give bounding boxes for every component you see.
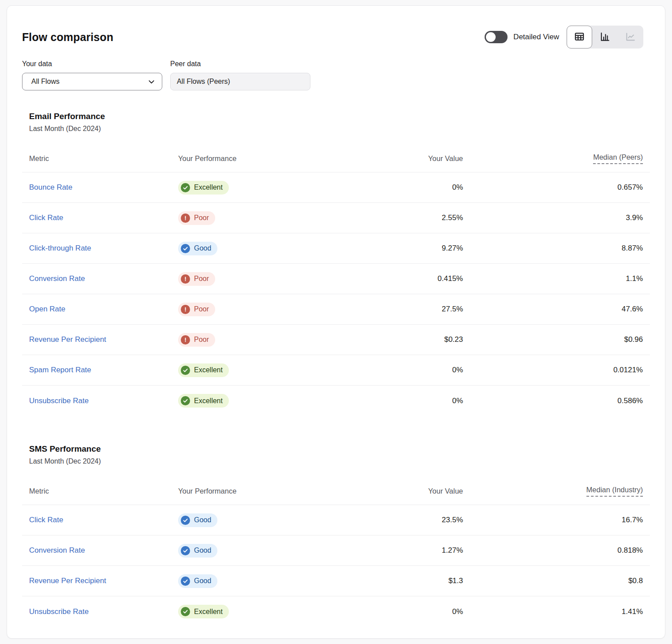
metric-cell: Revenue Per Recipient xyxy=(29,577,178,585)
performance-badge: Good xyxy=(178,242,217,255)
column-header: Metric xyxy=(29,487,178,495)
median-value-cell: 8.87% xyxy=(463,244,643,253)
metric-cell: Spam Report Rate xyxy=(29,366,178,374)
performance-section: SMS Performance Last Month (Dec 2024) Me… xyxy=(22,444,650,627)
metric-link[interactable]: Click Rate xyxy=(29,213,63,222)
metric-link[interactable]: Click-through Rate xyxy=(29,244,91,252)
column-header: Metric xyxy=(29,154,178,163)
metric-link[interactable]: Unsubscribe Rate xyxy=(29,607,89,616)
performance-badge-label: Poor xyxy=(194,275,209,282)
performance-section: Email Performance Last Month (Dec 2024) … xyxy=(22,112,650,416)
performance-badge-label: Poor xyxy=(194,336,209,343)
metric-link[interactable]: Spam Report Rate xyxy=(29,366,91,374)
metrics-table: MetricYour PerformanceYour ValueMedian (… xyxy=(22,476,650,627)
check-icon xyxy=(181,183,190,192)
median-value-cell: 1.1% xyxy=(463,274,643,283)
performance-cell: Poor xyxy=(178,272,307,286)
column-header: Median (Peers) xyxy=(463,153,643,164)
bar-chart-view-button[interactable] xyxy=(592,26,618,49)
table-row: Conversion RatePoor0.415%1.1% xyxy=(22,264,650,294)
performance-cell: Poor xyxy=(178,303,307,316)
check-icon xyxy=(181,244,190,253)
metric-link[interactable]: Revenue Per Recipient xyxy=(29,335,106,344)
performance-badge-label: Good xyxy=(194,577,211,584)
median-value-cell: 16.7% xyxy=(463,516,643,524)
your-value-cell: 9.27% xyxy=(307,244,463,253)
median-value-cell: $0.96 xyxy=(463,335,643,344)
your-data-select[interactable]: All Flows xyxy=(22,73,162,90)
performance-badge: Poor xyxy=(178,303,215,316)
metric-cell: Open Rate xyxy=(29,305,178,314)
your-value-cell: 0% xyxy=(307,397,463,405)
performance-badge: Poor xyxy=(178,272,215,286)
metric-link[interactable]: Conversion Rate xyxy=(29,274,85,283)
performance-badge: Excellent xyxy=(178,394,229,408)
your-value-cell: 0% xyxy=(307,183,463,192)
median-header-tooltip-trigger[interactable]: Median (Industry) xyxy=(586,486,643,497)
section-title: SMS Performance xyxy=(22,444,650,454)
alert-icon xyxy=(181,213,190,223)
performance-badge-label: Good xyxy=(194,245,211,252)
performance-badge: Poor xyxy=(178,333,215,347)
peer-data-filter: Peer data All Flows (Peers) xyxy=(170,60,310,90)
performance-badge-label: Poor xyxy=(194,214,209,221)
metric-cell: Unsubscribe Rate xyxy=(29,397,178,405)
metric-cell: Revenue Per Recipient xyxy=(29,335,178,344)
check-icon xyxy=(181,396,190,405)
performance-cell: Poor xyxy=(178,211,307,225)
column-header: Median (Industry) xyxy=(463,486,643,497)
toggle-knob-icon xyxy=(486,32,496,42)
table-row: Unsubscribe RateExcellent0%0.586% xyxy=(22,386,650,416)
section-subtitle: Last Month (Dec 2024) xyxy=(22,125,650,133)
median-value-cell: 0.657% xyxy=(463,183,643,192)
data-filters: Your data All Flows Peer data All Flows … xyxy=(22,60,650,90)
performance-cell: Excellent xyxy=(178,394,307,408)
line-chart-icon xyxy=(625,31,636,44)
table-row: Click RateGood23.5%16.7% xyxy=(22,505,650,535)
detailed-view-toggle[interactable] xyxy=(485,31,508,43)
metric-link[interactable]: Conversion Rate xyxy=(29,546,85,554)
metric-link[interactable]: Click Rate xyxy=(29,516,63,524)
performance-cell: Good xyxy=(178,513,307,527)
table-row: Click RatePoor2.55%3.9% xyxy=(22,203,650,233)
flow-comparison-card: Flow comparison Detailed View xyxy=(7,5,665,639)
your-value-cell: 27.5% xyxy=(307,305,463,314)
table-row: Open RatePoor27.5%47.6% xyxy=(22,294,650,325)
your-value-cell: 0% xyxy=(307,366,463,374)
metric-link[interactable]: Bounce Rate xyxy=(29,183,72,191)
section-subtitle: Last Month (Dec 2024) xyxy=(22,457,650,465)
performance-badge-label: Excellent xyxy=(194,184,223,191)
section-title: Email Performance xyxy=(22,112,650,121)
metric-link[interactable]: Unsubscribe Rate xyxy=(29,397,89,405)
peer-data-label: Peer data xyxy=(170,60,310,68)
metric-cell: Click Rate xyxy=(29,213,178,222)
table-view-button[interactable] xyxy=(567,26,592,49)
detailed-view-label: Detailed View xyxy=(513,33,559,41)
performance-badge: Good xyxy=(178,544,217,558)
performance-badge-label: Good xyxy=(194,547,211,554)
alert-icon xyxy=(181,305,190,314)
table-header-row: MetricYour PerformanceYour ValueMedian (… xyxy=(22,143,650,172)
sections: Email Performance Last Month (Dec 2024) … xyxy=(22,112,650,627)
table-icon xyxy=(574,31,585,44)
check-icon xyxy=(181,607,190,616)
metric-link[interactable]: Open Rate xyxy=(29,305,65,313)
check-icon xyxy=(181,577,190,586)
alert-icon xyxy=(181,274,190,284)
check-icon xyxy=(181,546,190,555)
your-value-cell: $1.3 xyxy=(307,577,463,585)
performance-badge: Poor xyxy=(178,211,215,225)
median-header-tooltip-trigger[interactable]: Median (Peers) xyxy=(593,153,643,164)
card-header: Flow comparison Detailed View xyxy=(22,26,643,49)
chevron-down-icon xyxy=(147,78,156,86)
metric-link[interactable]: Revenue Per Recipient xyxy=(29,577,106,585)
column-header: Your Value xyxy=(307,487,463,495)
detailed-view-toggle-group: Detailed View xyxy=(485,31,559,43)
line-chart-view-button xyxy=(618,26,643,49)
performance-cell: Good xyxy=(178,544,307,558)
metric-cell: Click-through Rate xyxy=(29,244,178,253)
metric-cell: Bounce Rate xyxy=(29,183,178,192)
alert-icon xyxy=(181,335,190,344)
performance-badge: Excellent xyxy=(178,363,229,377)
performance-cell: Excellent xyxy=(178,605,307,618)
